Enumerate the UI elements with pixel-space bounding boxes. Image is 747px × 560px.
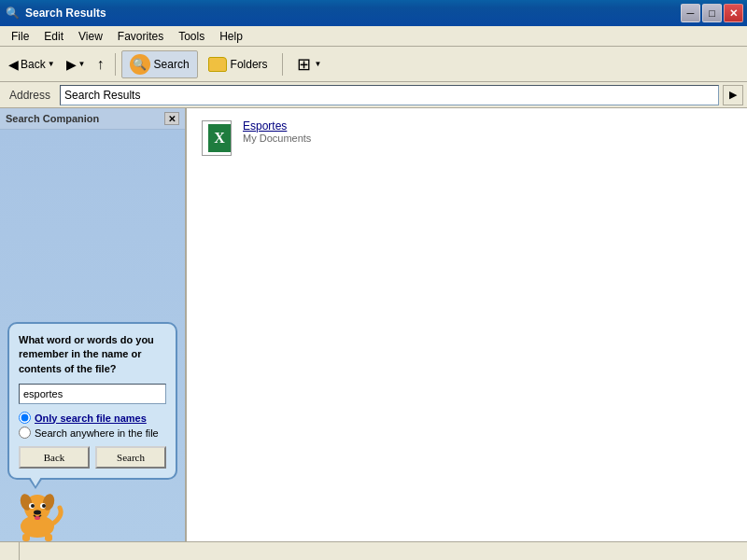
window-icon: 🔍 [6, 7, 20, 20]
menu-edit[interactable]: Edit [36, 28, 71, 45]
companion-header: Search Companion ✕ [0, 108, 185, 130]
back-companion-button[interactable]: Back [19, 446, 90, 469]
companion-close-button[interactable]: ✕ [164, 112, 179, 125]
back-button[interactable]: ◀ Back ▼ [4, 50, 60, 78]
views-dropdown-icon: ▼ [315, 60, 322, 68]
address-go-button[interactable]: ▶ [723, 85, 743, 105]
excel-icon-body: X [202, 120, 232, 156]
views-button[interactable]: ⊞ ▼ [289, 50, 331, 78]
radio-filenames-label[interactable]: Only search file names [19, 412, 166, 424]
file-item[interactable]: X Esportes My Documents [194, 116, 740, 161]
file-name: Esportes [243, 119, 311, 133]
left-panel: Search Companion ✕ What word or words do… [0, 108, 187, 541]
right-pane: X Esportes My Documents [187, 108, 747, 541]
menu-favorites[interactable]: Favorites [110, 28, 171, 45]
close-button[interactable]: ✕ [724, 4, 743, 22]
main-area: Search Companion ✕ What word or words do… [0, 108, 747, 541]
svg-rect-10 [22, 534, 30, 541]
address-input[interactable] [60, 85, 719, 105]
folders-label: Folders [231, 58, 268, 71]
bubble-question: What word or words do you remember in th… [19, 333, 166, 376]
title-bar-left: 🔍 Search Results [6, 7, 106, 20]
file-icon: X [198, 119, 235, 157]
back-dropdown-icon: ▼ [48, 60, 55, 68]
forward-arrow-icon: ▶ [66, 57, 77, 72]
menu-view[interactable]: View [71, 28, 110, 45]
menu-help[interactable]: Help [212, 28, 250, 45]
companion-blue-area: What word or words do you remember in th… [0, 130, 185, 541]
svg-point-8 [34, 511, 41, 515]
toolbar: ◀ Back ▼ ▶ ▼ ↑ 🔍 Search Folders ⊞ ▼ [0, 47, 747, 82]
menu-file[interactable]: File [4, 28, 36, 45]
svg-point-7 [42, 504, 46, 508]
forward-dropdown-icon: ▼ [78, 60, 86, 68]
status-section [4, 542, 20, 560]
forward-button[interactable]: ▶ ▼ [62, 50, 91, 78]
window-title: Search Results [25, 7, 106, 20]
search-label: Search [154, 58, 190, 71]
folders-button[interactable]: Folders [200, 50, 276, 78]
speech-bubble: What word or words do you remember in th… [7, 322, 177, 480]
companion-title: Search Companion [6, 113, 99, 124]
excel-inner: X [208, 124, 231, 152]
radio-anywhere[interactable] [19, 427, 31, 439]
file-location: My Documents [243, 133, 311, 144]
search-words-input[interactable] [19, 384, 166, 404]
svg-point-6 [31, 504, 35, 508]
speech-bubble-container: What word or words do you remember in th… [0, 316, 185, 485]
maximize-button[interactable]: □ [702, 4, 722, 22]
minimize-button[interactable]: ─ [681, 4, 700, 22]
dog-illustration [9, 487, 65, 541]
search-companion-button[interactable]: Search [95, 446, 166, 469]
file-info: Esportes My Documents [243, 119, 311, 144]
title-bar: 🔍 Search Results ─ □ ✕ [0, 0, 747, 26]
toolbar-separator-1 [115, 53, 116, 76]
folders-icon [208, 57, 227, 72]
toolbar-separator-2 [282, 53, 283, 76]
menu-bar: File Edit View Favorites Tools Help [0, 26, 747, 47]
status-bar [0, 541, 747, 560]
title-bar-buttons: ─ □ ✕ [681, 4, 743, 22]
back-arrow-icon: ◀ [8, 57, 19, 72]
svg-rect-11 [45, 534, 52, 541]
views-icon: ⊞ [297, 54, 311, 75]
search-button[interactable]: 🔍 Search [121, 50, 198, 78]
button-row: Back Search [19, 446, 166, 469]
search-toolbar-icon: 🔍 [130, 54, 150, 75]
address-bar: Address ▶ [0, 82, 747, 108]
up-icon: ↑ [97, 56, 105, 73]
back-label: Back [21, 58, 46, 71]
svg-point-9 [35, 516, 40, 520]
radio-anywhere-label[interactable]: Search anywhere in the file [19, 427, 166, 439]
up-button[interactable]: ↑ [92, 50, 109, 78]
menu-tools[interactable]: Tools [171, 28, 212, 45]
address-label: Address [4, 89, 56, 102]
radio-filenames[interactable] [19, 412, 31, 424]
radio-group: Only search file names Search anywhere i… [19, 412, 166, 439]
